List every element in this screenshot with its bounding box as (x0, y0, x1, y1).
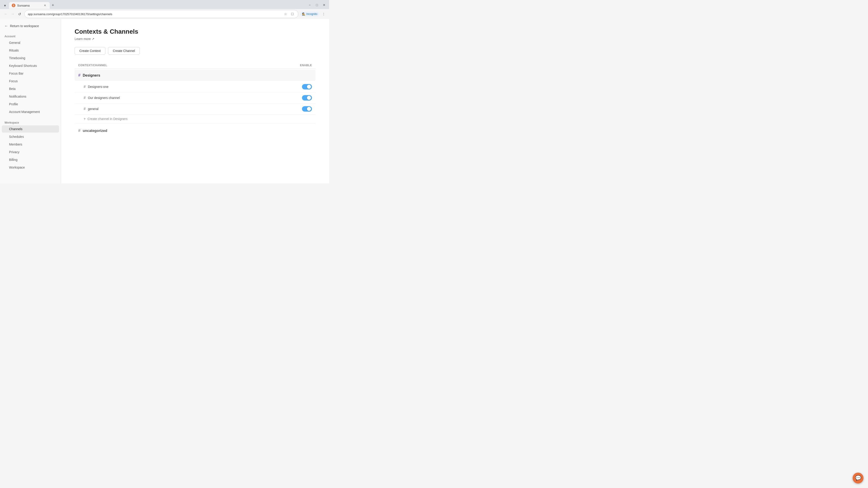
sidebar-item-profile[interactable]: Profile (2, 101, 59, 108)
workspace-section-label: Workspace (0, 119, 61, 125)
general-toggle[interactable] (302, 106, 312, 111)
browser-chrome: ▾ S Sunsama ✕ + − □ ✕ ← → ↺ app.sunsama.… (0, 0, 329, 19)
new-tab-button[interactable]: + (50, 2, 56, 8)
url-text: app.sunsama.com/group/17025701040136170/… (28, 12, 281, 16)
channel-row-general[interactable]: # general (74, 103, 315, 115)
uncategorized-name: uncategorized (83, 129, 107, 133)
tab-close-button[interactable]: ✕ (43, 3, 47, 7)
external-link-icon: ↗ (92, 37, 94, 41)
channel-row-designers-one[interactable]: # Designers-one (74, 81, 315, 92)
sidebar-item-notifications[interactable]: Notifications (2, 93, 59, 100)
notifications-label: Notifications (9, 95, 26, 98)
keyboard-shortcuts-label: Keyboard Shortcuts (9, 64, 37, 68)
learn-more-label: Learn more (74, 37, 91, 41)
create-channel-button[interactable]: Create Channel (108, 47, 140, 55)
sidebar-item-billing[interactable]: Billing (2, 156, 59, 163)
back-arrow-icon: ← (4, 24, 8, 28)
create-context-button[interactable]: Create Context (74, 47, 105, 55)
rituals-label: Rituals (9, 48, 19, 52)
sidebar-item-workspace[interactable]: Workspace (2, 164, 59, 171)
tab-bar: ▾ S Sunsama ✕ + − □ ✕ (0, 0, 329, 9)
designers-one-name: Designers-one (88, 85, 300, 89)
general-toggle-slider (302, 106, 312, 111)
return-to-workspace-link[interactable]: ← Return to workspace (0, 21, 61, 31)
sidebar-item-timeboxing[interactable]: Timeboxing (2, 55, 59, 62)
sidebar-item-focus-bar[interactable]: Focus Bar (2, 70, 59, 77)
context-row-designers[interactable]: # Designers (74, 70, 315, 81)
create-channel-in-designers[interactable]: + Create channel in Designers (74, 115, 315, 123)
address-field[interactable]: app.sunsama.com/group/17025701040136170/… (24, 10, 298, 18)
active-tab[interactable]: S Sunsama ✕ (9, 2, 50, 9)
designers-one-hash-icon: # (84, 85, 86, 89)
incognito-badge: 🕵 Incognito (300, 12, 319, 16)
header-enable: ENABLE (300, 64, 312, 67)
sidebar-item-general[interactable]: General (2, 39, 59, 46)
address-icons: ☆ ☐ (283, 11, 295, 17)
incognito-label: Incognito (306, 12, 317, 15)
sidebar-item-focus[interactable]: Focus (2, 77, 59, 85)
plus-icon: + (84, 117, 86, 121)
address-bar: ← → ↺ app.sunsama.com/group/170257010401… (0, 9, 329, 19)
sidebar-item-privacy[interactable]: Privacy (2, 149, 59, 156)
reload-button[interactable]: ↺ (16, 11, 23, 17)
profile-label: Profile (9, 102, 18, 106)
more-options-button[interactable]: ⋮ (321, 11, 327, 17)
sidebar-item-beta[interactable]: Beta (2, 85, 59, 92)
designers-context-name: Designers (83, 73, 100, 77)
action-buttons: Create Context Create Channel (74, 47, 315, 55)
channel-row-our-designers[interactable]: # Our designers channel (74, 92, 315, 103)
split-screen-button[interactable]: ☐ (289, 11, 295, 17)
main-content: Contexts & Channels Learn more ↗ Create … (61, 19, 329, 184)
header-context-channel: CONTEXT/CHANNEL (78, 64, 107, 67)
sidebar-item-channels[interactable]: Channels (2, 125, 59, 133)
sidebar-item-rituals[interactable]: Rituals (2, 47, 59, 54)
close-button[interactable]: ✕ (321, 2, 327, 8)
our-designers-toggle-slider (302, 95, 312, 101)
beta-label: Beta (9, 87, 16, 91)
our-designers-hash-icon: # (84, 96, 86, 100)
members-label: Members (9, 142, 22, 146)
general-name: general (88, 107, 300, 111)
window-controls: − □ ✕ (307, 2, 327, 9)
uncategorized-hash-icon: # (78, 128, 81, 133)
tab-switcher-button[interactable]: ▾ (2, 2, 8, 8)
designers-hash-icon: # (78, 73, 81, 78)
learn-more-link[interactable]: Learn more ↗ (74, 37, 94, 41)
page-title: Contexts & Channels (74, 28, 315, 35)
minimize-button[interactable]: − (307, 2, 313, 8)
sidebar: ← Return to workspace Account General Ri… (0, 19, 61, 184)
nav-buttons: ← → ↺ (3, 11, 23, 17)
sidebar-item-account-management[interactable]: Account Management (2, 108, 59, 116)
designers-one-toggle-slider (302, 84, 312, 90)
tab-title: Sunsama (17, 4, 41, 7)
back-button[interactable]: ← (3, 11, 9, 17)
billing-label: Billing (9, 158, 18, 162)
account-section-label: Account (0, 33, 61, 39)
our-designers-name: Our designers channel (88, 96, 300, 100)
uncategorized-row[interactable]: # uncategorized (74, 125, 315, 136)
our-designers-toggle[interactable] (302, 95, 312, 101)
designers-one-toggle[interactable] (302, 84, 312, 90)
forward-button[interactable]: → (9, 11, 16, 17)
workspace-label: Workspace (9, 166, 25, 169)
sidebar-item-members[interactable]: Members (2, 141, 59, 148)
app-layout: ← Return to workspace Account General Ri… (0, 19, 329, 184)
create-in-designers-label: Create channel in Designers (88, 117, 127, 121)
sidebar-item-keyboard-shortcuts[interactable]: Keyboard Shortcuts (2, 62, 59, 69)
general-label: General (9, 41, 20, 44)
general-hash-icon: # (84, 107, 86, 111)
restore-button[interactable]: □ (314, 2, 320, 8)
focus-label: Focus (9, 79, 18, 83)
channels-label: Channels (9, 127, 22, 131)
timeboxing-label: Timeboxing (9, 56, 25, 60)
tab-container: S Sunsama ✕ + (9, 2, 306, 9)
bookmark-button[interactable]: ☆ (283, 11, 288, 17)
account-management-label: Account Management (9, 110, 40, 113)
sidebar-item-schedules[interactable]: Schedules (2, 133, 59, 140)
privacy-label: Privacy (9, 150, 20, 154)
schedules-label: Schedules (9, 135, 24, 138)
table-header: CONTEXT/CHANNEL ENABLE (74, 62, 315, 69)
tab-favicon: S (12, 4, 16, 7)
focus-bar-label: Focus Bar (9, 72, 24, 75)
incognito-icon: 🕵 (302, 12, 305, 15)
